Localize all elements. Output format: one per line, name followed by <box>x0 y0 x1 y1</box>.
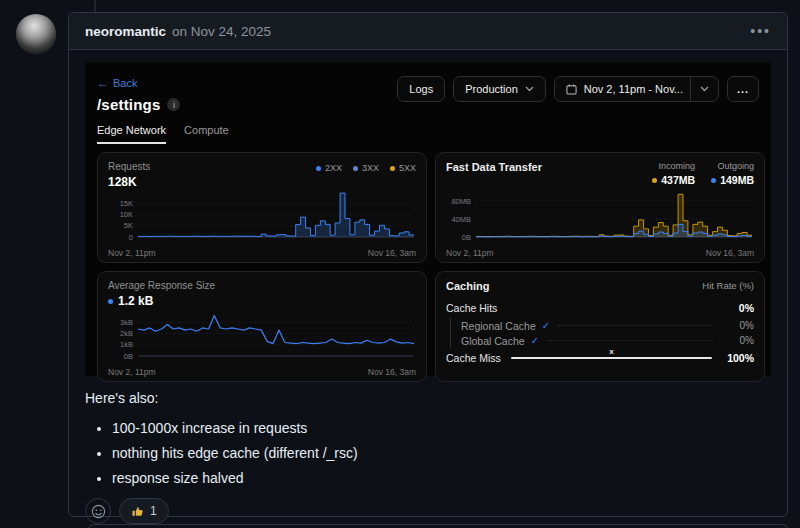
dashboard-screenshot[interactable]: ← Back /settings i Logs Production <box>85 62 771 376</box>
thumbs-up-reaction[interactable]: 1 <box>119 498 169 524</box>
transfer-legend: Incoming 437MB Outgoing 149MB <box>652 161 754 186</box>
reaction-count: 1 <box>150 504 157 518</box>
response-dot <box>108 299 113 304</box>
comment-card: neoromantic on Nov 24, 2025 ••• ← Back /… <box>68 12 788 517</box>
bullet-item: response size halved <box>112 470 771 486</box>
transfer-title: Fast Data Transfer <box>446 161 542 173</box>
comment-bullet-list: 100-1000x increase in requests nothing h… <box>85 420 771 486</box>
comment-timestamp: on Nov 24, 2025 <box>172 24 271 39</box>
chevron-down-icon <box>525 86 534 92</box>
svg-text:3kB: 3kB <box>120 318 133 327</box>
hit-rate-label: Hit Rate (%) <box>702 280 754 292</box>
caching-title: Caching <box>446 280 489 292</box>
requests-title: Requests <box>108 161 150 172</box>
spacer <box>505 308 714 309</box>
cache-miss-value: 100% <box>722 352 754 364</box>
comment-header: neoromantic on Nov 24, 2025 ••• <box>69 13 787 50</box>
date-range-picker[interactable]: Nov 2, 11pm - Nov... <box>554 76 719 102</box>
legend-dot-5xx <box>390 166 395 171</box>
legend-label-2xx: 2XX <box>325 163 342 173</box>
logs-button[interactable]: Logs <box>397 76 445 102</box>
avatar[interactable] <box>16 14 56 54</box>
more-options-button[interactable]: ... <box>727 76 759 102</box>
transfer-panel: Fast Data Transfer Incoming 437MB Outgoi… <box>435 152 765 263</box>
incoming-label: Incoming <box>652 161 695 171</box>
requests-legend: 2XX 3XX 5XX <box>316 161 416 173</box>
legend-label-3xx: 3XX <box>362 163 379 173</box>
global-cache-value: 0% <box>722 335 754 346</box>
cache-miss-row: Cache Miss x 100% <box>446 350 754 366</box>
svg-text:0: 0 <box>129 233 133 242</box>
regional-cache-value: 0% <box>722 320 754 331</box>
comment-intro: Here's also: <box>85 390 771 406</box>
transfer-chart[interactable]: 80MB40MB0B <box>446 189 754 247</box>
svg-text:80MB: 80MB <box>451 197 471 206</box>
outgoing-dot <box>711 178 716 183</box>
check-icon: ✓ <box>542 320 550 331</box>
dashboard-tabs: Edge Network Compute <box>97 124 759 144</box>
legend-dot-2xx <box>316 166 321 171</box>
response-current: 1.2 kB <box>118 294 153 308</box>
response-x-end: Nov 16, 3am <box>368 367 416 377</box>
cache-hits-label: Cache Hits <box>446 302 497 314</box>
requests-x-start: Nov 2, 11pm <box>108 248 156 258</box>
info-icon[interactable]: i <box>167 98 180 111</box>
legend-dot-3xx <box>353 166 358 171</box>
cache-miss-label: Cache Miss <box>446 352 501 364</box>
back-arrow-icon: ← <box>97 77 108 89</box>
response-title: Average Response Size <box>108 280 215 291</box>
requests-chart[interactable]: 15K10K5K0 <box>108 189 416 247</box>
environment-label: Production <box>465 83 518 95</box>
outgoing-value: 149MB <box>720 174 754 186</box>
response-size-panel: Average Response Size 1.2 kB 3kB2kB1kB0B… <box>97 271 427 382</box>
comment-author[interactable]: neoromantic <box>85 24 166 39</box>
svg-text:15K: 15K <box>120 199 133 208</box>
bullet-item: nothing hits edge cache (different /_rsc… <box>112 445 771 461</box>
svg-text:40MB: 40MB <box>451 215 471 224</box>
transfer-x-start: Nov 2, 11pm <box>446 248 494 258</box>
back-label: Back <box>113 77 137 89</box>
date-chevron-down-icon[interactable] <box>690 77 718 101</box>
kebab-menu-icon[interactable]: ••• <box>750 23 771 39</box>
global-cache-row: Global Cache ✓ 0% <box>461 333 754 348</box>
dotted-leader <box>547 340 714 341</box>
reactions-bar: 1 <box>85 498 771 524</box>
cache-hits-row: Cache Hits 0% <box>446 300 754 316</box>
caching-panel: Caching Hit Rate (%) Cache Hits 0% Regio… <box>435 271 765 382</box>
cache-miss-bar: x <box>511 357 712 359</box>
logs-button-label: Logs <box>409 83 433 95</box>
global-cache-label: Global Cache <box>461 335 525 347</box>
svg-text:2kB: 2kB <box>120 329 133 338</box>
dotted-leader <box>558 325 714 326</box>
add-reaction-button[interactable] <box>85 498 111 524</box>
response-x-start: Nov 2, 11pm <box>108 367 156 377</box>
incoming-value: 437MB <box>661 174 695 186</box>
tab-edge-network[interactable]: Edge Network <box>97 124 166 144</box>
cache-sub-rows: Regional Cache ✓ 0% Global Cache ✓ 0% <box>450 318 754 348</box>
thumbs-up-icon <box>131 505 144 518</box>
dashboard-actions: Logs Production Nov 2, 11pm - Nov... <box>397 76 759 102</box>
calendar-icon <box>566 84 577 95</box>
check-icon: ✓ <box>531 335 539 346</box>
comment-body: ← Back /settings i Logs Production <box>69 50 787 524</box>
requests-panel: Requests 128K 2XX 3XX 5XX 15K10K5K0 Nov … <box>97 152 427 263</box>
transfer-x-end: Nov 16, 3am <box>706 248 754 258</box>
svg-text:5K: 5K <box>124 221 133 230</box>
regional-cache-label: Regional Cache <box>461 320 536 332</box>
svg-text:10K: 10K <box>120 210 133 219</box>
page-title: /settings <box>97 96 160 113</box>
response-chart[interactable]: 3kB2kB1kB0B <box>108 308 416 366</box>
next-comment-top-edge <box>88 524 788 528</box>
tab-compute[interactable]: Compute <box>184 124 229 144</box>
svg-text:0B: 0B <box>462 233 471 242</box>
smiley-icon <box>91 504 106 519</box>
environment-select[interactable]: Production <box>453 76 546 102</box>
legend-label-5xx: 5XX <box>399 163 416 173</box>
svg-text:1kB: 1kB <box>120 340 133 349</box>
svg-text:0B: 0B <box>124 352 133 361</box>
regional-cache-row: Regional Cache ✓ 0% <box>461 318 754 333</box>
requests-x-end: Nov 16, 3am <box>368 248 416 258</box>
bullet-item: 100-1000x increase in requests <box>112 420 771 436</box>
requests-total: 128K <box>108 175 150 189</box>
back-link[interactable]: ← Back <box>97 77 137 89</box>
